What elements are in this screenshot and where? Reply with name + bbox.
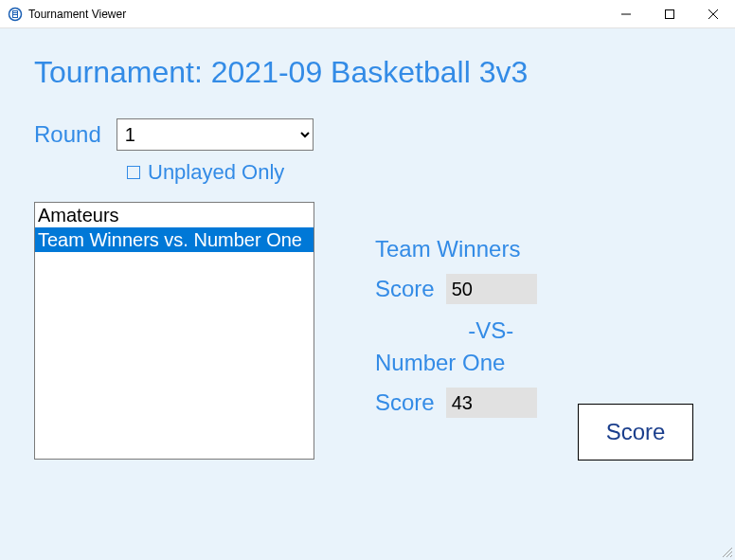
minimize-button[interactable] bbox=[604, 0, 648, 28]
client-area: Tournament: 2021-09 Basketball 3v3 Round… bbox=[0, 28, 735, 560]
round-select[interactable]: 1 bbox=[117, 118, 314, 151]
versus-label: -VS- bbox=[445, 317, 537, 344]
window-title: Tournament Viewer bbox=[28, 8, 126, 21]
window-controls bbox=[604, 0, 735, 28]
round-row: Round 1 bbox=[34, 118, 701, 151]
svg-line-10 bbox=[730, 555, 732, 557]
team-one-score-row: Score bbox=[375, 274, 537, 304]
title-bar: Tournament Viewer bbox=[0, 0, 735, 28]
resize-grip[interactable] bbox=[720, 545, 733, 558]
page-title: Tournament: 2021-09 Basketball 3v3 bbox=[34, 55, 701, 90]
unplayed-label: Unplayed Only bbox=[148, 160, 284, 185]
matchup-listbox[interactable]: Amateurs Team Winners vs. Number One bbox=[34, 202, 314, 460]
close-button[interactable] bbox=[691, 0, 735, 28]
unplayed-row: Unplayed Only bbox=[127, 160, 701, 185]
team-one-name: Team Winners bbox=[375, 236, 537, 262]
round-label: Round bbox=[34, 121, 101, 148]
team-two-score-row: Score bbox=[375, 388, 537, 418]
team-two-score-input[interactable] bbox=[446, 388, 537, 418]
team-two-name: Number One bbox=[375, 350, 537, 376]
svg-rect-5 bbox=[666, 10, 674, 19]
list-item[interactable]: Amateurs bbox=[35, 203, 314, 227]
team-one-score-input[interactable] bbox=[446, 274, 537, 304]
score-label: Score bbox=[375, 276, 435, 302]
app-icon bbox=[8, 7, 23, 22]
score-label: Score bbox=[375, 389, 435, 416]
maximize-button[interactable] bbox=[648, 0, 691, 28]
list-item[interactable]: Team Winners vs. Number One bbox=[35, 227, 314, 252]
score-button[interactable]: Score bbox=[578, 404, 693, 461]
match-detail: Team Winners Score -VS- Number One Score bbox=[375, 202, 537, 460]
unplayed-checkbox[interactable] bbox=[127, 166, 140, 179]
